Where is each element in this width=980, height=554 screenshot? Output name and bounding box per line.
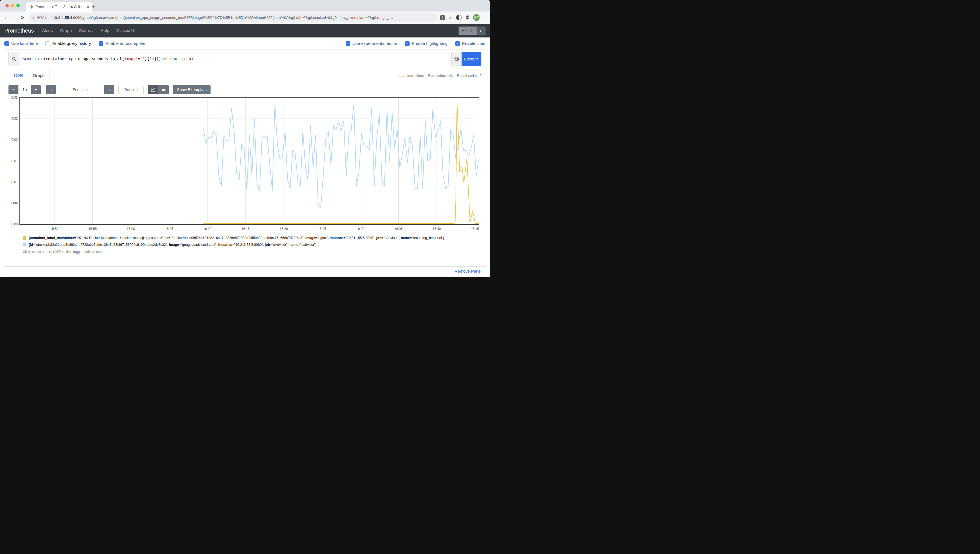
- query-panel: sum(irate(container_cpu_usage_seconds_to…: [4, 49, 486, 277]
- query-stats: Load time: 10ms Resolution: 14s Result s…: [398, 73, 482, 78]
- resolution: Resolution: 14s: [428, 73, 453, 78]
- checkbox-use-local-time[interactable]: ✓Use local time: [5, 41, 38, 46]
- nav-link-graph[interactable]: Graph: [60, 28, 72, 33]
- x-tick-label: 16:40: [429, 227, 444, 231]
- time-forward-chevron-button[interactable]: ›: [104, 85, 114, 94]
- query-token: container_cpu_usage_seconds_total: [46, 57, 122, 61]
- query-token: [: [147, 57, 149, 61]
- checked-checkbox-icon[interactable]: ✓: [405, 41, 410, 46]
- maximize-window-button[interactable]: [16, 4, 20, 7]
- tab-graph[interactable]: Graph: [28, 70, 49, 81]
- query-token: (: [180, 57, 184, 61]
- query-token: sum: [23, 57, 30, 61]
- extension-icon[interactable]: [456, 15, 461, 20]
- chevron-down-icon: ▾: [92, 30, 94, 33]
- checkbox-enable-linter[interactable]: ✓Enable linter: [455, 41, 485, 46]
- query-token: "": [140, 57, 145, 61]
- navbar-links: AlertsGraphStatus▾HelpClassic UI: [42, 28, 135, 33]
- execute-button[interactable]: Execute: [461, 52, 481, 65]
- search-icon: [12, 57, 16, 61]
- settings-left-group: ✓Use local timeEnable query history✓Enab…: [5, 41, 145, 46]
- theme-toggle: ☀ ☾ ◐: [458, 27, 485, 35]
- browser-tab-strip: Prometheus Time Series Collec × +: [0, 0, 490, 11]
- checkbox-label: Enable highlighting: [412, 41, 448, 46]
- resolution-input[interactable]: [118, 85, 143, 94]
- series-legend: {container_label_maintainer="NGINX Docke…: [23, 236, 482, 247]
- range-decrease-button[interactable]: −: [8, 85, 18, 94]
- x-tick-label: 15:55: [85, 227, 100, 231]
- query-token: ]: [154, 57, 156, 61]
- checkbox-enable-query-history[interactable]: Enable query history: [45, 41, 91, 46]
- line-chart-toggle-button[interactable]: [148, 85, 158, 94]
- tab-table[interactable]: Table: [8, 70, 28, 81]
- dark-theme-moon-icon[interactable]: ☾: [468, 27, 477, 35]
- query-token: )): [156, 57, 161, 61]
- address-bar[interactable]: ⚠ 不安全 10.211.55.4:9090/graph?g0.expr=sum…: [29, 13, 438, 22]
- browser-tab[interactable]: Prometheus Time Series Collec ×: [26, 2, 92, 11]
- url-text[interactable]: 10.211.55.4:9090/graph?g0.expr=sum(irate…: [53, 16, 393, 20]
- reload-icon[interactable]: ⟳: [19, 15, 27, 21]
- auto-theme-contrast-icon[interactable]: ◐: [477, 27, 485, 35]
- search-addon: [9, 52, 19, 65]
- back-icon[interactable]: ←: [2, 15, 10, 20]
- legend-item[interactable]: {container_label_maintainer="NGINX Docke…: [23, 236, 482, 240]
- remove-panel-link[interactable]: Remove Panel: [455, 269, 482, 274]
- x-tick-label: 16:45: [467, 227, 483, 231]
- query-token: [161, 57, 163, 61]
- series-color-swatch: [23, 243, 26, 247]
- y-tick-label: 0.03: [8, 96, 18, 100]
- checked-checkbox-icon[interactable]: ✓: [455, 41, 460, 46]
- nav-link-help[interactable]: Help: [100, 28, 110, 33]
- x-tick-label: 16:05: [161, 227, 177, 231]
- close-window-button[interactable]: [5, 4, 9, 7]
- time-back-chevron-button[interactable]: ‹: [46, 85, 56, 94]
- extensions-puzzle-icon[interactable]: [465, 15, 470, 20]
- x-tick-label: 16:25: [315, 227, 330, 231]
- plot-svg: [20, 98, 479, 224]
- browser-toolbar: ← → ⟳ ⚠ 不安全 10.211.55.4:9090/graph?g0.ex…: [0, 11, 490, 24]
- unchecked-checkbox-icon[interactable]: [45, 41, 50, 46]
- omnibox-divider: [50, 15, 50, 20]
- checked-checkbox-icon[interactable]: ✓: [99, 41, 103, 46]
- browser-menu-icon[interactable]: ⋮: [483, 15, 487, 20]
- range-increase-button[interactable]: +: [31, 85, 41, 94]
- minimize-window-button[interactable]: [11, 4, 14, 7]
- traffic-lights: [5, 4, 20, 7]
- graph-section: − + ‹ › Show Exemplars 0.030.030.020.010…: [4, 81, 486, 254]
- checkbox-use-experimental-editor[interactable]: ✓Use experimental editor: [345, 41, 397, 46]
- security-chip[interactable]: 不安全: [37, 15, 47, 20]
- close-tab-icon[interactable]: ×: [86, 5, 90, 9]
- brand-logo[interactable]: Prometheus: [5, 28, 34, 34]
- legend-item[interactable]: {id="/docker/b32a21eda5e892c4e4723a2c5ed…: [23, 242, 482, 247]
- forward-icon[interactable]: →: [10, 15, 19, 20]
- x-tick-label: 15:50: [47, 227, 62, 231]
- series-labelset[interactable]: {id="/docker/b32a21eda5e892c4e4723a2c5ed…: [29, 242, 317, 247]
- translate-icon[interactable]: 文: [440, 15, 445, 20]
- bookmark-star-icon[interactable]: ☆: [448, 15, 452, 21]
- query-token: without: [163, 57, 180, 61]
- line-chart-icon: [151, 88, 155, 92]
- checkbox-label: Use local time: [11, 41, 38, 46]
- stacked-chart-toggle-button[interactable]: [158, 85, 169, 94]
- end-time-input[interactable]: [56, 85, 104, 94]
- profile-avatar[interactable]: 铭贤: [473, 14, 480, 21]
- metrics-explorer-addon[interactable]: [452, 52, 461, 65]
- show-exemplars-button[interactable]: Show Exemplars: [173, 85, 210, 94]
- query-expression-input[interactable]: sum(irate(container_cpu_usage_seconds_to…: [19, 52, 452, 65]
- x-tick-label: 16:35: [391, 227, 406, 231]
- checkbox-enable-highlighting[interactable]: ✓Enable highlighting: [405, 41, 448, 46]
- series-labelset[interactable]: {container_label_maintainer="NGINX Docke…: [29, 236, 444, 240]
- query-token: image: [124, 57, 135, 61]
- light-theme-sun-icon[interactable]: ☀: [458, 27, 468, 35]
- browser-window: { "browser": { "tab_title": "Prometheus …: [0, 0, 490, 277]
- nav-link-status[interactable]: Status▾: [79, 28, 94, 33]
- y-tick-label: 0.02: [8, 138, 18, 142]
- nav-link-classic-ui[interactable]: Classic UI: [116, 28, 135, 33]
- new-tab-button[interactable]: +: [92, 2, 95, 11]
- checkbox-enable-autocomplete[interactable]: ✓Enable autocomplete: [99, 41, 145, 46]
- checked-checkbox-icon[interactable]: ✓: [5, 41, 9, 46]
- nav-link-alerts[interactable]: Alerts: [42, 28, 53, 33]
- range-input[interactable]: [18, 85, 31, 94]
- checked-checkbox-icon[interactable]: ✓: [345, 41, 350, 46]
- plot-area[interactable]: [19, 97, 479, 225]
